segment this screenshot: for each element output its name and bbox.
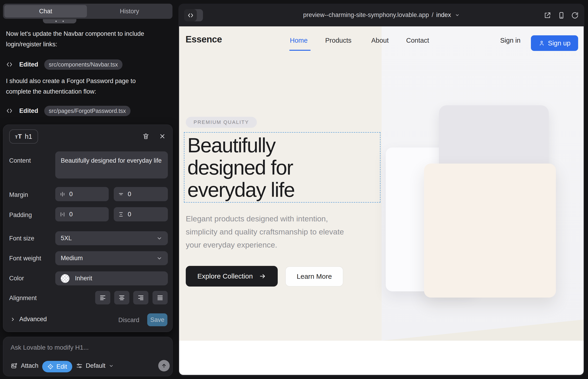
arrow-right-icon <box>259 273 266 280</box>
chevron-down-icon <box>455 13 460 17</box>
arrow-up-icon <box>161 363 167 369</box>
padding-x-field[interactable] <box>55 207 109 221</box>
tab-chat[interactable]: Chat <box>4 5 87 17</box>
edit-target-icon <box>47 363 54 370</box>
url-path-separator: / <box>432 12 434 18</box>
alignment-label: Alignment <box>9 294 37 302</box>
content-label: Content <box>9 157 31 164</box>
font-weight-value: Medium <box>61 255 83 262</box>
learn-more-button[interactable]: Learn More <box>285 266 343 286</box>
font-size-select[interactable]: 5XL <box>55 231 168 245</box>
mobile-view-button[interactable] <box>556 10 566 20</box>
element-tag-label: h1 <box>25 133 32 141</box>
code-icon <box>6 107 13 114</box>
hero-heading-line: designed for <box>187 157 294 179</box>
align-left-button[interactable] <box>95 291 110 304</box>
edit-mode-button[interactable]: Edit <box>42 361 72 372</box>
padding-horizontal-icon <box>59 211 66 218</box>
nav-link-contact[interactable]: Contact <box>406 37 429 44</box>
padding-label: Padding <box>9 211 32 219</box>
active-nav-underline <box>289 50 310 51</box>
nav-link-about[interactable]: About <box>371 37 389 44</box>
chat-history-tabbar: Chat History <box>3 4 172 19</box>
sign-up-label: Sign up <box>548 39 570 47</box>
attach-image-icon <box>11 363 18 369</box>
chat-message: I should also create a Forgot Password p… <box>6 76 157 97</box>
composer-input[interactable] <box>11 343 153 353</box>
sign-in-link[interactable]: Sign in <box>500 37 521 44</box>
file-chip[interactable]: src/pages/ForgotPassword.tsx <box>44 106 130 116</box>
code-icon <box>6 61 13 68</box>
delete-element-button[interactable] <box>141 131 151 141</box>
advanced-label: Advanced <box>19 316 47 323</box>
close-editor-button[interactable] <box>157 131 167 141</box>
color-field[interactable]: Inherit <box>55 271 168 285</box>
refresh-icon <box>571 12 579 19</box>
edited-file-row: Edited src/pages/ForgotPassword.tsx <box>6 105 130 117</box>
hero-heading-line: everyday life <box>187 179 294 201</box>
decorative-card-cream <box>424 164 556 298</box>
learn-more-label: Learn More <box>297 272 332 280</box>
attach-button[interactable]: Attach <box>11 362 39 369</box>
padding-y-field[interactable] <box>114 207 168 221</box>
advanced-toggle[interactable]: Advanced <box>10 316 47 323</box>
font-weight-select[interactable]: Medium <box>55 251 168 265</box>
chat-panel: Chat History Now let's update the Navbar… <box>0 0 178 379</box>
align-left-icon <box>99 294 106 301</box>
margin-x-input[interactable] <box>69 191 92 198</box>
padding-x-input[interactable] <box>69 211 92 218</box>
chevron-down-icon <box>156 235 162 241</box>
user-icon <box>539 40 545 46</box>
mode-label: Default <box>86 362 106 369</box>
preview-page: index <box>436 12 451 18</box>
margin-y-input[interactable] <box>128 191 151 198</box>
align-justify-icon <box>157 294 164 301</box>
send-button[interactable] <box>158 360 170 371</box>
nav-link-products[interactable]: Products <box>325 37 351 44</box>
discard-button[interactable]: Discard <box>118 316 139 324</box>
open-in-new-tab-button[interactable] <box>542 10 553 20</box>
external-link-icon <box>543 12 551 19</box>
nav-link-home[interactable]: Home <box>290 37 308 44</box>
color-label: Color <box>9 274 24 282</box>
margin-horizontal-icon <box>59 191 66 197</box>
hero-paragraph: Elegant products designed with intention… <box>186 212 346 252</box>
align-right-icon <box>137 294 144 301</box>
mode-selector[interactable]: Default <box>76 362 114 369</box>
padding-y-input[interactable] <box>128 211 151 218</box>
font-size-value: 5XL <box>61 235 72 242</box>
site-viewport: Essence Home Products About Contact Sign… <box>179 26 584 375</box>
color-swatch <box>61 274 69 283</box>
color-value: Inherit <box>75 275 92 282</box>
edit-label: Edit <box>56 363 67 370</box>
url-dropdown[interactable]: preview--charming-site-symphony.lovable.… <box>178 12 584 19</box>
font-weight-label: Font weight <box>9 254 41 262</box>
file-chip[interactable]: src/components/Navbar.tsx <box>44 59 123 70</box>
margin-x-field[interactable] <box>55 187 109 201</box>
sign-up-button[interactable]: Sign up <box>531 35 578 51</box>
chevron-down-icon <box>156 255 162 261</box>
save-button[interactable]: Save <box>147 313 167 326</box>
selected-element-tag: TT h1 <box>9 129 38 144</box>
preview-panel: preview--charming-site-symphony.lovable.… <box>178 4 584 376</box>
edited-label: Edited <box>19 107 38 114</box>
element-editor-panel: TT h1 Content Beautifully designed for e… <box>3 125 173 332</box>
mobile-device-icon <box>557 12 565 19</box>
chevron-right-icon <box>10 316 15 322</box>
content-input[interactable]: Beautifully designed for everyday life <box>55 151 168 178</box>
scrolled-message-remnant <box>43 19 76 23</box>
attach-label: Attach <box>21 362 39 369</box>
type-icon: TT <box>15 133 22 140</box>
align-center-button[interactable] <box>114 291 129 304</box>
tab-history[interactable]: History <box>88 5 171 17</box>
explore-collection-button[interactable]: Explore Collection <box>186 266 278 286</box>
align-right-button[interactable] <box>133 291 148 304</box>
align-justify-button[interactable] <box>153 291 168 304</box>
refresh-button[interactable] <box>570 10 580 20</box>
hero-badge: PREMIUM QUALITY <box>186 117 257 128</box>
margin-y-field[interactable] <box>114 187 168 201</box>
preview-url: preview--charming-site-symphony.lovable.… <box>303 12 429 18</box>
site-logo[interactable]: Essence <box>186 34 222 45</box>
hero-heading[interactable]: Beautifully designed for everyday life <box>187 134 294 201</box>
chevron-down-icon <box>109 363 114 368</box>
